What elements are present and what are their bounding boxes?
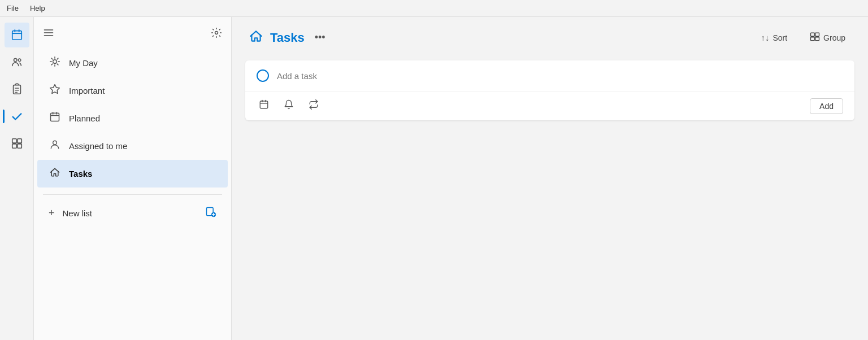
sort-arrows-icon: ↑↓	[761, 33, 769, 42]
svg-rect-11	[17, 139, 21, 143]
sidebar-item-tasks-label: Tasks	[69, 169, 92, 178]
sidebar-item-assigned-to-me[interactable]: Assigned to me	[37, 132, 228, 160]
main-title-area: Tasks •••	[249, 29, 329, 47]
calendar-small-icon	[49, 111, 61, 125]
help-menu[interactable]: Help	[30, 4, 45, 12]
sidebar-item-tasks[interactable]: Tasks	[37, 160, 228, 188]
new-list-left: + New list	[49, 207, 92, 219]
svg-point-17	[215, 32, 218, 34]
sun-icon	[49, 56, 61, 70]
add-task-input[interactable]	[277, 71, 843, 81]
svg-rect-40	[815, 37, 819, 41]
home-icon	[49, 167, 61, 181]
sidebar-item-planned-label: Planned	[69, 114, 100, 123]
add-task-card: Add	[245, 60, 854, 120]
task-circle-button[interactable]	[257, 69, 269, 82]
menu-bar: File Help	[7, 4, 45, 12]
bell-toolbar-icon[interactable]	[281, 97, 296, 115]
svg-point-32	[53, 141, 57, 145]
svg-rect-41	[260, 101, 268, 108]
sidebar-header	[34, 17, 231, 47]
sidebar-item-important[interactable]: Important	[37, 77, 228, 104]
new-list-label: New list	[63, 208, 93, 218]
calendar-toolbar-icon[interactable]	[257, 97, 271, 115]
svg-point-5	[18, 59, 21, 62]
svg-line-25	[51, 64, 53, 65]
task-area: Add	[232, 55, 868, 340]
svg-rect-37	[811, 33, 815, 36]
sidebar-item-my-day[interactable]: My Day	[37, 49, 228, 77]
app-container: My Day Important	[0, 17, 868, 340]
svg-rect-38	[815, 33, 819, 36]
svg-point-18	[53, 60, 57, 64]
svg-line-24	[57, 64, 58, 65]
hamburger-icon[interactable]	[43, 27, 54, 41]
rail-grid-icon[interactable]	[5, 131, 29, 156]
sidebar-item-assigned-to-me-label: Assigned to me	[69, 141, 127, 151]
svg-rect-10	[12, 139, 16, 143]
svg-rect-13	[17, 144, 21, 148]
main-content: Tasks ••• ↑↓ Sort	[232, 17, 868, 340]
header-actions: ↑↓ Sort Group	[755, 28, 851, 47]
title-bar: File Help	[0, 0, 868, 17]
page-title: Tasks	[270, 30, 305, 45]
new-list-action-icon[interactable]	[205, 206, 216, 220]
rail-people-icon[interactable]	[5, 50, 29, 75]
svg-rect-0	[12, 31, 21, 40]
star-icon	[49, 84, 61, 98]
sidebar-nav: My Day Important	[34, 47, 231, 190]
file-menu[interactable]: File	[7, 4, 19, 12]
main-header: Tasks ••• ↑↓ Sort	[232, 17, 868, 55]
icon-rail	[0, 17, 34, 340]
svg-point-4	[14, 59, 17, 62]
settings-gear-icon[interactable]	[211, 27, 222, 41]
svg-line-23	[51, 58, 53, 59]
sidebar-item-planned[interactable]: Planned	[37, 104, 228, 132]
rail-tasks-icon[interactable]	[5, 104, 29, 129]
sidebar-item-my-day-label: My Day	[69, 58, 98, 68]
svg-rect-12	[12, 144, 16, 148]
group-icon	[810, 32, 820, 43]
new-list-button[interactable]: + New list	[37, 199, 228, 227]
group-button[interactable]: Group	[804, 28, 851, 47]
sort-button[interactable]: ↑↓ Sort	[755, 29, 793, 46]
more-options-button[interactable]: •••	[311, 30, 329, 45]
sort-label: Sort	[772, 33, 787, 42]
toolbar-icons	[257, 97, 321, 115]
svg-line-26	[57, 58, 58, 59]
tasks-title-icon	[249, 29, 263, 47]
rail-clipboard-icon[interactable]	[5, 77, 29, 102]
plus-icon: +	[49, 207, 55, 219]
rail-calendar-icon[interactable]	[5, 23, 29, 47]
repeat-toolbar-icon[interactable]	[306, 97, 321, 115]
sidebar-divider	[43, 194, 222, 195]
add-task-toolbar: Add	[245, 91, 854, 120]
svg-rect-28	[51, 113, 59, 121]
sidebar-item-important-label: Important	[69, 86, 105, 95]
sidebar: My Day Important	[34, 17, 232, 340]
svg-marker-27	[50, 85, 60, 94]
add-task-button[interactable]: Add	[810, 98, 843, 114]
person-icon	[49, 139, 61, 153]
group-label: Group	[823, 33, 845, 42]
add-task-row[interactable]	[245, 60, 854, 91]
svg-rect-39	[811, 37, 815, 41]
